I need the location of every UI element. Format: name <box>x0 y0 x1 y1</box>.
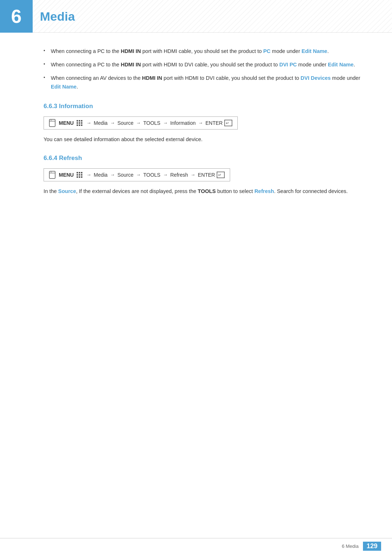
source-label-663: Source <box>117 120 133 126</box>
enter-label-664: ENTER <box>198 172 215 178</box>
section-663: 6.6.3 Information MENU <box>44 103 363 144</box>
svg-rect-5 <box>81 120 82 122</box>
svg-rect-6 <box>77 122 78 124</box>
arrow-2-663: → <box>110 120 115 126</box>
svg-text:↵: ↵ <box>226 121 229 125</box>
bullet-item-3: When connecting an AV devices to the HDM… <box>44 74 363 91</box>
svg-text:↵: ↵ <box>218 173 221 177</box>
svg-rect-23 <box>77 176 78 178</box>
tools-label-664: TOOLS <box>143 172 160 178</box>
arrow-5-664: → <box>191 172 195 177</box>
svg-rect-2 <box>50 120 52 120</box>
svg-rect-25 <box>81 176 82 178</box>
remote-icon-664 <box>49 171 56 179</box>
hdmi-in-label-2: HDMI IN <box>121 62 141 67</box>
page-footer: 6 Media 129 <box>0 538 392 554</box>
grid-icon-663 <box>77 120 82 126</box>
arrow-1-663: → <box>86 120 91 126</box>
bullet-item-2: When connecting a PC to the HDMI IN port… <box>44 61 363 69</box>
enter-icon-663: ↵ <box>224 120 232 126</box>
edit-name-label-1: Edit Name <box>302 48 327 54</box>
svg-rect-11 <box>81 124 82 126</box>
refresh-label-664: Refresh <box>170 172 188 178</box>
media-label-664: Media <box>94 172 107 178</box>
svg-rect-18 <box>79 172 80 173</box>
tools-bold-664: TOOLS <box>198 188 216 194</box>
arrow-5-663: → <box>198 120 203 126</box>
svg-rect-17 <box>77 172 78 173</box>
svg-rect-0 <box>49 119 55 127</box>
svg-rect-14 <box>49 171 55 178</box>
svg-rect-22 <box>81 174 82 176</box>
source-bold-664: Source <box>58 188 76 194</box>
svg-rect-3 <box>77 120 78 122</box>
svg-rect-16 <box>50 172 52 172</box>
svg-rect-7 <box>79 122 80 124</box>
chapter-number: 6 <box>11 7 22 26</box>
arrow-4-664: → <box>163 172 168 177</box>
svg-rect-8 <box>81 122 82 124</box>
grid-icon-664 <box>77 172 82 178</box>
arrow-4-663: → <box>163 120 168 126</box>
edit-name-label-3: Edit Name <box>51 84 77 90</box>
hdmi-in-label-1: HDMI IN <box>121 48 141 54</box>
dvi-devices-label: DVI Devices <box>301 75 331 81</box>
page-header: 6 Media <box>0 0 392 33</box>
section-664-description: In the Source, If the external devices a… <box>44 187 363 196</box>
remote-icon-663 <box>49 119 56 127</box>
arrow-2-664: → <box>110 172 115 177</box>
section-664-heading: 6.6.4 Refresh <box>44 155 363 162</box>
enter-icon-664: ↵ <box>217 172 225 178</box>
dvi-pc-label: DVI PC <box>279 62 297 67</box>
arrow-3-663: → <box>136 120 141 126</box>
svg-rect-21 <box>79 174 80 176</box>
section-663-nav-path: MENU → Media → Source → TO <box>44 116 238 130</box>
section-663-description: You can see detailed information about t… <box>44 135 363 144</box>
chapter-number-box: 6 <box>0 0 33 33</box>
source-label-664: Source <box>117 172 133 178</box>
hdmi-in-label-3: HDMI IN <box>142 75 162 81</box>
svg-rect-4 <box>79 120 80 122</box>
svg-rect-20 <box>77 174 78 176</box>
edit-name-label-2: Edit Name <box>328 62 354 67</box>
menu-label-664: MENU <box>59 172 74 178</box>
svg-rect-24 <box>79 176 80 178</box>
chapter-title: Media <box>40 9 75 23</box>
bullet-item-1: When connecting a PC to the HDMI IN port… <box>44 47 363 56</box>
media-label-663: Media <box>94 120 107 126</box>
bullet-list: When connecting a PC to the HDMI IN port… <box>44 47 363 91</box>
svg-rect-9 <box>77 124 78 126</box>
refresh-bold-664: Refresh <box>254 188 274 194</box>
tools-label-663: TOOLS <box>143 120 160 126</box>
menu-label-663: MENU <box>59 120 74 126</box>
pc-label: PC <box>263 48 270 54</box>
footer-text: 6 Media <box>342 543 359 549</box>
information-label-663: Information <box>170 120 196 126</box>
enter-label-663: ENTER <box>205 120 222 126</box>
svg-rect-10 <box>79 124 80 126</box>
section-664: 6.6.4 Refresh MENU <box>44 155 363 196</box>
footer-page-number: 129 <box>363 542 381 551</box>
main-content: When connecting a PC to the HDMI IN port… <box>0 33 392 228</box>
svg-rect-19 <box>81 172 82 173</box>
arrow-3-664: → <box>136 172 141 177</box>
section-664-nav-path: MENU → Media → Source → TO <box>44 168 230 181</box>
arrow-1-664: → <box>86 172 91 177</box>
section-663-heading: 6.6.3 Information <box>44 103 363 110</box>
